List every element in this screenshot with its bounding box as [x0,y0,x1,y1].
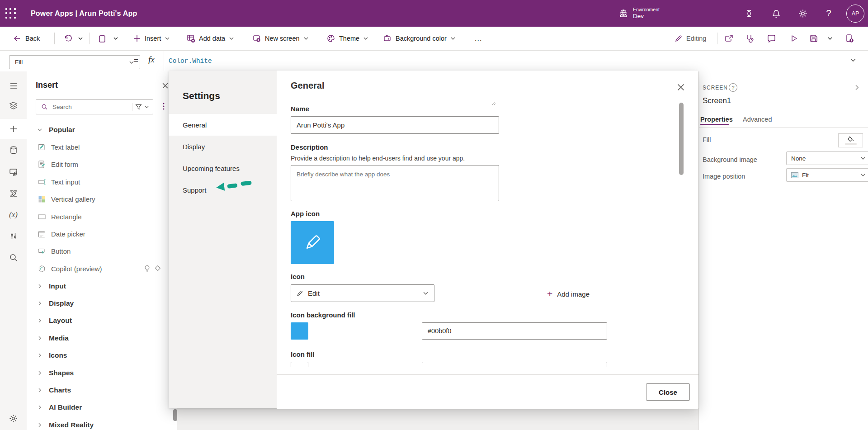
rail-settings-gear-icon[interactable] [0,408,27,428]
screen-help-icon[interactable]: ? [729,83,737,92]
media-rail-icon[interactable] [0,162,27,182]
settings-nav-display[interactable]: Display [169,136,277,157]
icon-dropdown[interactable]: Edit [291,284,434,302]
overflow-menu[interactable]: ... [475,27,482,50]
image-fit-icon [791,172,798,178]
chevron-right-icon [37,422,43,428]
settings-gear-icon[interactable] [794,0,812,27]
formula-input[interactable]: Color.White [164,51,802,71]
settings-scrollbar[interactable] [679,103,684,175]
avatar[interactable]: AP [846,5,864,23]
insert-group-mixed-reality[interactable]: Mixed Reality [27,416,177,430]
environment-name: Dev [633,13,660,20]
insert-panel-scrollbar[interactable] [173,409,177,421]
tab-advanced[interactable]: Advanced [743,116,772,123]
paste-dropdown-chevron[interactable] [113,27,118,50]
close-button[interactable]: Close [646,383,690,401]
icon-fill-hex-input[interactable] [422,362,607,367]
notifications-bell-icon[interactable] [767,0,785,27]
insert-group-media[interactable]: Media [27,330,177,347]
advanced-tools-rail-icon[interactable] [0,226,27,246]
insert-group-icons[interactable]: Icons [27,347,177,364]
undo-dropdown-chevron[interactable] [78,27,83,50]
environment-picker[interactable]: Environment Dev [618,0,660,27]
insert-rail-icon[interactable] [0,119,27,139]
settings-nav-upcoming-features[interactable]: Upcoming features [169,157,277,179]
filter-chevron-icon[interactable] [144,104,149,109]
fill-color-picker-button[interactable] [838,133,863,147]
comments-button[interactable] [767,27,776,50]
paste-button[interactable] [98,27,107,50]
chevron-right-icon [37,370,43,376]
undo-button[interactable] [63,27,72,50]
copilot-icon[interactable] [740,0,758,27]
insert-group-shapes[interactable]: Shapes [27,364,177,381]
collapse-menu-icon[interactable] [0,76,27,96]
publish-button[interactable] [844,27,854,50]
save-button[interactable] [809,27,818,50]
icon-fill-color-swatch[interactable] [291,362,308,367]
share-button[interactable] [724,27,734,50]
image-position-label: Image position [703,173,745,180]
new-screen-menu[interactable]: New screen [252,27,309,50]
background-image-dropdown[interactable]: None [786,151,868,165]
property-selector[interactable]: Fill [9,55,140,69]
power-apps-studio: Power Apps | Arun Potti's App Environmen… [0,0,868,430]
play-preview-button[interactable] [789,27,798,50]
help-icon[interactable]: ? [820,0,838,27]
insert-group-display[interactable]: Display [27,295,177,312]
insert-panel-close-icon[interactable] [162,82,169,89]
formula-bar-expand-chevron[interactable] [850,57,856,63]
new-screen-icon [252,34,261,43]
background-color-menu[interactable]: Background color [383,27,456,50]
insert-menu[interactable]: Insert [133,27,170,50]
insert-group-layout[interactable]: Layout [27,312,177,329]
insert-item-text-input[interactable]: Text input [27,173,177,190]
copilot-icon [38,265,46,273]
chevron-down-icon [165,36,170,41]
filter-funnel-icon[interactable] [135,104,142,110]
search-rail-icon[interactable] [0,248,27,268]
rectangle-icon [38,213,46,221]
icon-background-hex-input[interactable] [422,322,607,340]
textarea-resize-handle[interactable] [492,101,496,105]
theme-menu[interactable]: Theme [326,27,368,50]
tab-properties[interactable]: Properties [700,116,733,123]
chevron-down-icon [37,127,43,132]
pencil-icon [297,290,303,297]
settings-nav-general[interactable]: General [169,114,277,136]
panel-collapse-chevron-icon[interactable] [854,84,860,91]
add-image-button[interactable]: + Add image [547,288,590,299]
chevron-right-icon [37,335,43,341]
insert-group-ai-builder[interactable]: AI Builder [27,399,177,416]
app-name-input[interactable] [291,116,499,134]
settings-close-icon[interactable] [674,80,688,94]
data-rail-icon[interactable] [0,140,27,160]
insert-item-rectangle[interactable]: Rectangle [27,208,177,225]
insert-item-button[interactable]: Button [27,243,177,260]
image-position-dropdown[interactable]: Fit [786,168,868,182]
editing-mode[interactable]: Editing [675,27,706,50]
icon-background-color-swatch[interactable] [291,322,308,340]
description-textarea[interactable] [291,165,499,201]
add-data-menu[interactable]: Add data [186,27,234,50]
power-automate-rail-icon[interactable] [0,184,27,203]
insert-group-popular[interactable]: Popular [27,121,177,138]
insert-item-date-picker[interactable]: Date picker [27,225,177,242]
tree-view-icon[interactable] [0,95,27,115]
insert-item-text-label[interactable]: Text label [27,138,177,156]
insert-group-input[interactable]: Input [27,278,177,295]
waffle-menu-icon[interactable] [5,8,16,19]
app-checker-icon[interactable] [745,27,755,50]
more-options-icon[interactable] [160,101,167,111]
insert-group-charts[interactable]: Charts [27,382,177,399]
variables-rail-icon[interactable]: (x) [0,205,27,225]
insert-item-vertical-gallery[interactable]: Vertical gallery [27,191,177,208]
back-button[interactable]: Back [13,27,40,50]
insert-item-edit-form[interactable]: Edit form [27,156,177,173]
chevron-right-icon [37,353,43,358]
chevron-right-icon [37,387,43,393]
save-dropdown-chevron[interactable] [827,27,833,50]
search-input[interactable] [52,103,129,111]
insert-item-copilot-preview-[interactable]: Copilot (preview) [27,260,177,277]
